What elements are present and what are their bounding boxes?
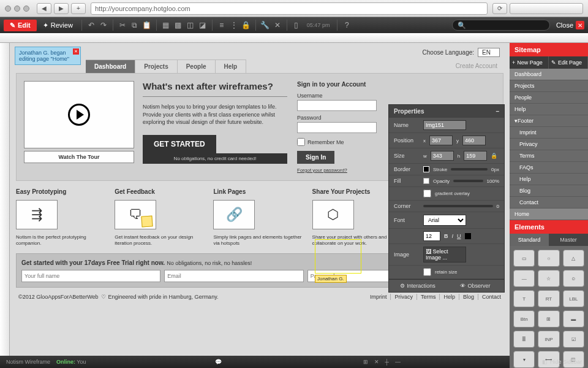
language-select[interactable]: EN — [478, 48, 500, 57]
undo-icon[interactable]: ↶ — [86, 20, 97, 31]
footer-link[interactable]: Blog — [459, 294, 474, 300]
page-icon[interactable]: ▯ — [291, 20, 302, 31]
edit-page-button[interactable]: ✎ Edit Page — [549, 56, 588, 69]
forward-button[interactable]: ▶ — [54, 3, 69, 14]
cut-icon[interactable]: ✂ — [117, 20, 128, 31]
signin-button[interactable]: Sign In — [297, 151, 334, 164]
element-richtext[interactable]: RT — [538, 290, 559, 307]
group-icon[interactable]: ◫ — [185, 20, 196, 31]
review-mode-button[interactable]: ✦ Review — [38, 20, 78, 31]
grid-toggle-icon[interactable]: ⊞ — [363, 359, 368, 365]
settings-icon[interactable]: ✕ — [272, 20, 283, 31]
select-image-button[interactable]: 🖼 Select Image ... — [423, 247, 466, 263]
sticky-note[interactable] — [141, 215, 153, 227]
snap-icon[interactable]: ✕ — [374, 359, 379, 365]
element-smile[interactable]: ☺ — [563, 270, 584, 287]
element-line[interactable]: — — [513, 270, 535, 287]
sitemap-item[interactable]: Help — [510, 174, 588, 185]
tab-projects[interactable]: Projects — [135, 59, 177, 73]
bold-icon[interactable]: B — [444, 233, 448, 239]
reload-button[interactable]: ⟳ — [492, 3, 507, 14]
tab-standard[interactable]: Standard — [510, 234, 549, 246]
tab-dashboard[interactable]: Dashboard — [86, 59, 135, 73]
element-label[interactable]: LBL — [563, 290, 584, 307]
footer-link[interactable]: Privacy — [390, 294, 413, 300]
footer-link[interactable]: Help — [439, 294, 455, 300]
close-window-icon[interactable] — [5, 6, 11, 12]
align-icon[interactable]: ≡ — [216, 20, 227, 31]
sitemap-item[interactable]: Home — [510, 209, 588, 220]
retain-size-checkbox[interactable] — [423, 268, 431, 276]
sitemap-item[interactable]: ▾ Footer — [510, 115, 588, 127]
prop-h-input[interactable] — [464, 151, 487, 161]
send-back-icon[interactable]: ▩ — [173, 20, 184, 31]
ungroup-icon[interactable]: ◪ — [197, 20, 208, 31]
redo-icon[interactable]: ↷ — [98, 20, 109, 31]
video-placeholder[interactable] — [24, 81, 134, 148]
zoom-window-icon[interactable] — [23, 6, 29, 12]
add-tab-button[interactable]: + — [71, 3, 86, 14]
get-started-button[interactable]: GET STARTED — [143, 135, 216, 153]
element-list[interactable]: ≣ — [513, 331, 535, 348]
tab-master[interactable]: Master — [549, 234, 588, 246]
prop-x-input[interactable] — [429, 136, 453, 145]
sitemap-item[interactable]: FAQs — [510, 162, 588, 174]
address-bar[interactable]: http://yourcompany.hotgloo.com — [91, 2, 488, 15]
properties-header[interactable]: Properties– — [389, 105, 504, 118]
back-button[interactable]: ◀ — [37, 3, 51, 14]
lock-icon[interactable]: 🔒 — [241, 20, 252, 31]
footer-link[interactable]: Terms — [417, 294, 436, 300]
minimize-icon[interactable]: – — [496, 108, 499, 115]
dismiss-notification-icon[interactable]: ✕ — [73, 48, 79, 55]
edit-mode-button[interactable]: ✎ Edit — [4, 20, 37, 31]
tab-help[interactable]: Help — [216, 59, 247, 73]
prop-w-input[interactable] — [431, 151, 454, 161]
layers-icon[interactable]: — — [395, 359, 401, 365]
sitemap-item[interactable]: Contact — [510, 197, 588, 209]
element-text[interactable]: T — [513, 290, 535, 307]
sitemap-item[interactable]: Imprint — [510, 127, 588, 139]
hide-sidebar-button[interactable]: ◧ Hide Sidebar — [542, 359, 582, 365]
distribute-icon[interactable]: ⋮ — [228, 20, 239, 31]
watch-tour-button[interactable]: Watch The Tour — [24, 151, 134, 163]
properties-panel[interactable]: Properties– Name Positionxy Sizewh🔒 Bord… — [388, 104, 505, 293]
new-page-button[interactable]: + New Page — [510, 56, 549, 69]
element-rectangle[interactable]: ▭ — [513, 250, 535, 267]
remember-checkbox[interactable] — [297, 138, 305, 146]
toolbar-search[interactable]: 🔍 — [452, 20, 550, 31]
sitemap-item[interactable]: Help — [510, 104, 588, 115]
guides-icon[interactable]: ┼ — [385, 359, 389, 365]
footer-link[interactable]: Contact — [478, 294, 501, 300]
sitemap-item[interactable]: Terms — [510, 150, 588, 162]
lock-aspect-icon[interactable]: 🔒 — [491, 153, 497, 159]
underline-icon[interactable]: U — [457, 233, 461, 239]
footer-link[interactable]: Imprint — [366, 294, 387, 300]
gradient-checkbox[interactable] — [423, 190, 431, 197]
prop-name-input[interactable] — [423, 120, 466, 130]
copy-icon[interactable]: ⧉ — [129, 20, 140, 31]
username-input[interactable] — [297, 100, 377, 111]
sitemap-item[interactable]: Privacy — [510, 139, 588, 150]
element-star[interactable]: ☆ — [538, 270, 559, 287]
element-checkbox[interactable]: ☑ — [563, 331, 584, 348]
prop-y-input[interactable] — [462, 136, 486, 145]
wrench-icon[interactable]: 🔧 — [260, 20, 271, 31]
interactions-button[interactable]: ⚙ Interactions — [389, 280, 447, 292]
element-progress[interactable]: ▬ — [563, 310, 584, 328]
element-circle[interactable]: ○ — [538, 250, 559, 267]
sitemap-item[interactable]: Blog — [510, 185, 588, 197]
trial-email-input[interactable] — [164, 270, 303, 282]
forgot-password-link[interactable]: Forgot your password? — [297, 167, 377, 173]
paste-icon[interactable]: 📋 — [141, 20, 153, 31]
sitemap-item[interactable]: Projects — [510, 80, 588, 92]
element-input[interactable]: INP — [538, 331, 559, 348]
sitemap-item[interactable]: Dashboard — [510, 69, 588, 80]
bring-front-icon[interactable]: ▦ — [160, 20, 172, 31]
tab-people[interactable]: People — [178, 59, 216, 73]
observer-button[interactable]: 👁 Observer — [447, 280, 504, 292]
element-table[interactable]: ⊞ — [538, 310, 559, 328]
font-size-input[interactable] — [423, 231, 440, 241]
password-input[interactable] — [297, 122, 377, 133]
element-selection[interactable] — [315, 239, 361, 274]
browser-search[interactable] — [510, 3, 583, 14]
